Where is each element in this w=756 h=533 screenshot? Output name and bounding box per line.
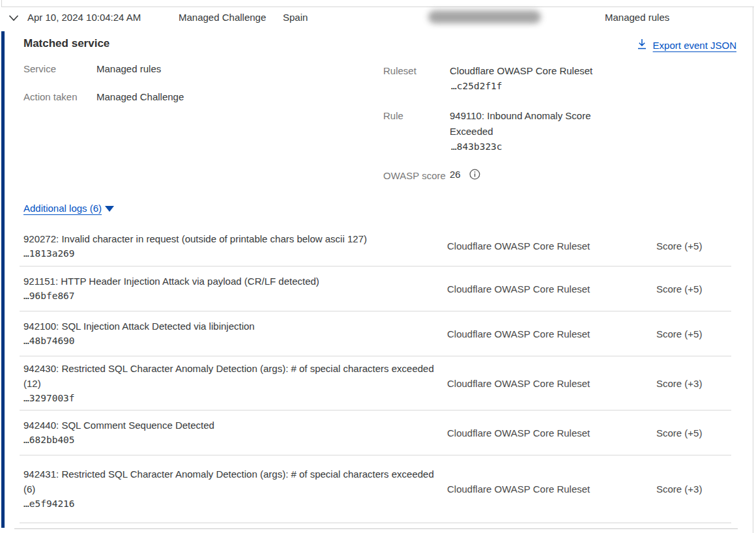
- ruleset-value: Cloudflare OWASP Core Ruleset: [450, 65, 592, 76]
- rule-hash: …843b323c: [451, 141, 502, 152]
- log-ruleset: Cloudflare OWASP Core Ruleset: [447, 328, 656, 339]
- log-ruleset: Cloudflare OWASP Core Ruleset: [447, 483, 656, 495]
- log-score: Score (+3): [656, 483, 731, 495]
- log-description: 921151: HTTP Header Injection Attack via…: [23, 274, 447, 304]
- log-description: 942430: Restricted SQL Character Anomaly…: [23, 361, 447, 406]
- rule-value: 949110: Inbound Anomaly Score Exceeded: [450, 108, 613, 139]
- log-rule-hash: …682bb405: [23, 433, 434, 448]
- export-event-json-link[interactable]: Export event JSON: [637, 38, 736, 51]
- log-score: Score (+5): [656, 328, 731, 339]
- rule-label: Rule: [383, 110, 403, 121]
- left-border-tick: [1, 0, 2, 7]
- event-detail-sheet: Apr 10, 2024 10:04:24 AM Managed Challen…: [0, 0, 756, 533]
- log-row: 921151: HTTP Header Injection Attack via…: [20, 266, 731, 311]
- log-rule-hash: …3297003f: [23, 391, 434, 406]
- log-rule-text: 942431: Restricted SQL Character Anomaly…: [23, 467, 434, 497]
- log-ruleset: Cloudflare OWASP Core Ruleset: [447, 427, 656, 439]
- service-value: Managed rules: [96, 63, 161, 74]
- log-ruleset: Cloudflare OWASP Core Ruleset: [447, 378, 656, 389]
- log-rule-text: 921151: HTTP Header Injection Attack via…: [23, 274, 434, 289]
- expanded-row-accent-bar: [1, 31, 5, 528]
- log-ruleset: Cloudflare OWASP Core Ruleset: [447, 283, 656, 295]
- chevron-down-icon[interactable]: [8, 13, 19, 22]
- panel-right-border: [753, 7, 753, 533]
- redacted-host-value: [428, 10, 541, 23]
- additional-logs-table: 920272: Invalid character in request (ou…: [20, 226, 731, 523]
- event-country: Spain: [283, 12, 308, 23]
- log-rule-hash: …1813a269: [23, 246, 434, 261]
- log-rule-text: 942440: SQL Comment Sequence Detected: [23, 418, 434, 433]
- owasp-score-value: 26: [450, 169, 461, 180]
- log-rule-text: 942100: SQL Injection Attack Detected vi…: [23, 319, 434, 334]
- log-ruleset: Cloudflare OWASP Core Ruleset: [447, 240, 656, 252]
- log-description: 942440: SQL Comment Sequence Detected …6…: [23, 418, 447, 448]
- panel-bottom-border: [14, 528, 738, 529]
- log-row: 942430: Restricted SQL Character Anomaly…: [20, 356, 731, 410]
- event-timestamp: Apr 10, 2024 10:04:24 AM: [27, 12, 141, 23]
- ruleset-hash: …c25d2f1f: [451, 81, 502, 91]
- log-row: 920272: Invalid character in request (ou…: [20, 226, 731, 266]
- log-score: Score (+3): [656, 378, 731, 389]
- action-taken-label: Action taken: [23, 91, 78, 102]
- log-score: Score (+5): [656, 283, 731, 295]
- log-rule-hash: …e5f94216: [23, 497, 434, 511]
- service-label: Service: [23, 63, 56, 74]
- export-link-label: Export event JSON: [653, 40, 736, 51]
- log-score: Score (+5): [656, 427, 731, 439]
- download-icon: [637, 38, 647, 51]
- panel-title: Matched service: [23, 37, 109, 50]
- log-description: 942100: SQL Injection Attack Detected vi…: [23, 319, 447, 349]
- log-description: 942431: Restricted SQL Character Anomaly…: [23, 467, 447, 511]
- log-rule-text: 920272: Invalid character in request (ou…: [23, 231, 434, 246]
- action-taken-value: Managed Challenge: [96, 91, 184, 102]
- info-icon[interactable]: [469, 169, 480, 180]
- ruleset-label: Ruleset: [383, 65, 416, 76]
- log-rule-hash: …48b74690: [23, 334, 434, 349]
- log-row: 942440: SQL Comment Sequence Detected …6…: [20, 410, 731, 455]
- caret-down-icon: [105, 206, 114, 212]
- log-row: 942100: SQL Injection Attack Detected vi…: [20, 311, 731, 356]
- event-action: Managed Challenge: [179, 12, 266, 23]
- log-description: 920272: Invalid character in request (ou…: [23, 231, 447, 261]
- additional-logs-toggle[interactable]: Additional logs (6): [23, 203, 114, 214]
- log-rule-hash: …96bfe867: [23, 289, 434, 304]
- log-row: 942431: Restricted SQL Character Anomaly…: [20, 455, 731, 523]
- log-rule-text: 942430: Restricted SQL Character Anomaly…: [23, 361, 434, 391]
- event-service: Managed rules: [605, 12, 669, 23]
- owasp-score-label: OWASP score: [383, 170, 446, 181]
- additional-logs-label: Additional logs (6): [23, 203, 102, 214]
- log-score: Score (+5): [656, 240, 731, 252]
- row-top-divider: [1, 7, 754, 7]
